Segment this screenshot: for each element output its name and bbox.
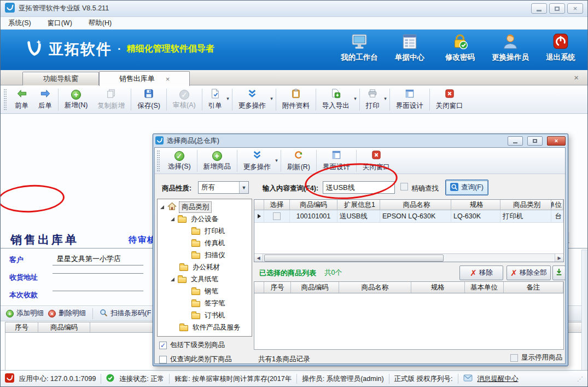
- product-row[interactable]: 100101001 送USB线 EPSON LQ-630K LQ-630K 打印…: [254, 210, 563, 223]
- remove-all-button[interactable]: ✗ 移除全部: [507, 265, 551, 280]
- tree-item[interactable]: 文具纸笔: [158, 273, 252, 285]
- button-label: 附件资料: [282, 101, 310, 111]
- tree-item[interactable]: 签字笔: [158, 297, 252, 309]
- exit-system-button[interactable]: 退出系统: [539, 33, 582, 62]
- show-disabled-option[interactable]: 显示停用商品: [510, 353, 562, 362]
- prev-bill-button[interactable]: 前单: [10, 87, 33, 112]
- next-bill-button[interactable]: 后单: [33, 87, 57, 112]
- audit-button[interactable]: ✓ 审核(A): [168, 87, 201, 112]
- address-field[interactable]: [53, 265, 143, 274]
- chevron-down-icon[interactable]: ▼: [239, 182, 248, 193]
- column-header[interactable]: 商品类别: [500, 200, 551, 210]
- more-actions-button[interactable]: 更多操作 ▾: [238, 149, 280, 173]
- row-select-checkbox[interactable]: [273, 212, 281, 220]
- column-header[interactable]: 商品编码: [291, 282, 339, 293]
- tree-item[interactable]: 办公设备: [158, 213, 252, 225]
- export-selected-button[interactable]: [552, 265, 566, 280]
- products-hscrollbar[interactable]: ◀ ▶: [254, 253, 563, 262]
- menu-system[interactable]: 系统(S): [8, 19, 31, 28]
- minimize-button[interactable]: [531, 3, 547, 14]
- tab-function-navigator[interactable]: 功能导航窗: [22, 72, 99, 85]
- tree-item[interactable]: 办公耗材: [158, 261, 252, 273]
- tree-item-root[interactable]: 商品类别: [158, 201, 252, 213]
- exact-search-label: 精确查找: [411, 184, 439, 193]
- column-header[interactable]: 商品编码: [38, 322, 90, 332]
- change-password-button[interactable]: 修改密码: [439, 33, 481, 62]
- close-window-button[interactable]: 关闭窗口: [431, 87, 468, 112]
- tree-item[interactable]: 软件产品及服务: [158, 321, 252, 333]
- refresh-button[interactable]: 刷新(R): [282, 149, 315, 173]
- product-nature-select[interactable]: 所有 ▼: [198, 181, 249, 194]
- ui-design-button[interactable]: 界面设计: [391, 87, 428, 112]
- scroll-right-icon[interactable]: ▶: [555, 254, 563, 262]
- close-button[interactable]: ×: [567, 3, 583, 14]
- add-detail-button[interactable]: + 添加明细: [6, 309, 44, 318]
- tree-item[interactable]: 订书机: [158, 309, 252, 321]
- menu-help[interactable]: 帮助(H): [89, 19, 112, 28]
- toolbar-drag-handle[interactable]: [157, 151, 160, 171]
- customer-field[interactable]: 星星文具第一小学店: [53, 254, 143, 265]
- tree-item[interactable]: 传真机: [158, 237, 252, 249]
- new-product-button[interactable]: + 新增商品: [199, 149, 236, 173]
- dialog-maximize-button[interactable]: [527, 136, 543, 146]
- include-subcategories-option[interactable]: ✓ 包括下级类别商品: [159, 340, 225, 350]
- select-button[interactable]: ✓ 选择(S): [163, 149, 196, 173]
- maximize-button[interactable]: [549, 3, 565, 14]
- layout-design-icon: [405, 89, 415, 100]
- tree-item[interactable]: 钢笔: [158, 285, 252, 297]
- form-vscrollbar[interactable]: [581, 250, 588, 387]
- column-header[interactable]: 选择: [264, 200, 290, 210]
- unchecked-checkbox[interactable]: [510, 354, 518, 362]
- button-label: 选择(S): [168, 162, 191, 171]
- unchecked-checkbox[interactable]: [159, 356, 167, 363]
- column-header[interactable]: 商品名称: [339, 282, 411, 293]
- delete-detail-button[interactable]: × 删除明细: [48, 309, 86, 318]
- column-header[interactable]: 基本单位: [551, 200, 563, 210]
- column-header[interactable]: 序号: [5, 322, 38, 332]
- toolbar-drag-handle[interactable]: [4, 89, 7, 110]
- tabstrip-close-icon[interactable]: ×: [574, 73, 579, 82]
- scroll-left-icon[interactable]: ◀: [254, 254, 263, 262]
- my-workspace-button[interactable]: 我的工作台: [338, 33, 381, 62]
- dialog-minimize-button[interactable]: [508, 136, 523, 146]
- selected-table-body[interactable]: [254, 293, 564, 350]
- scroll-thumb[interactable]: [264, 255, 444, 262]
- new-button[interactable]: + 新增(N): [60, 87, 92, 112]
- column-header[interactable]: 基本单位: [465, 282, 504, 293]
- menu-window[interactable]: 窗口(W): [48, 19, 72, 28]
- tab-sales-outbound[interactable]: 销售出库单 ×: [99, 71, 190, 86]
- expand-arrow-icon[interactable]: [171, 278, 174, 281]
- pull-bill-button[interactable]: 引单 ▾: [203, 87, 231, 112]
- scan-barcode-button[interactable]: 扫描条形码(F: [100, 309, 151, 319]
- column-header[interactable]: 序号: [264, 282, 291, 293]
- copy-new-button[interactable]: 复制新增: [92, 87, 130, 112]
- checked-checkbox[interactable]: ✓: [159, 342, 167, 349]
- expand-arrow-icon[interactable]: [160, 205, 164, 209]
- document-center-button[interactable]: 单据中心: [388, 33, 431, 62]
- column-header[interactable]: 商品名称: [380, 200, 451, 210]
- tree-item[interactable]: 打印机: [158, 225, 252, 237]
- print-button[interactable]: 打印 ▾: [361, 87, 388, 112]
- more-actions-button[interactable]: 更多操作 ▾: [234, 87, 275, 112]
- switch-operator-button[interactable]: 更换操作员: [489, 33, 532, 62]
- save-button[interactable]: 保存(S): [132, 87, 165, 112]
- column-header[interactable]: 规格: [451, 200, 500, 210]
- payment-field[interactable]: [53, 282, 143, 291]
- exact-search-checkbox[interactable]: [400, 183, 408, 190]
- column-header[interactable]: 商品编码: [290, 200, 337, 210]
- resize-grip[interactable]: ⋰: [577, 376, 583, 383]
- column-header[interactable]: 备注: [504, 282, 563, 293]
- dialog-close-button[interactable]: ×: [547, 136, 566, 146]
- message-center-link[interactable]: 消息提醒中心: [478, 374, 519, 384]
- expand-arrow-icon[interactable]: [171, 217, 174, 221]
- tree-item-label: 软件产品及服务: [190, 322, 243, 333]
- tab-close-icon[interactable]: ×: [166, 75, 170, 83]
- search-button[interactable]: 查询(F): [445, 180, 488, 195]
- column-header[interactable]: 规格: [411, 282, 465, 293]
- tree-item[interactable]: 扫描仪: [158, 249, 252, 261]
- remove-button[interactable]: ✗ 移除: [459, 265, 503, 280]
- only-this-category-option[interactable]: 仅查询此类别下商品: [159, 355, 232, 364]
- import-export-button[interactable]: 导入导出 ▾: [317, 87, 358, 112]
- column-header[interactable]: 扩展信息1: [337, 200, 380, 210]
- attachments-button[interactable]: 附件资料: [277, 87, 315, 112]
